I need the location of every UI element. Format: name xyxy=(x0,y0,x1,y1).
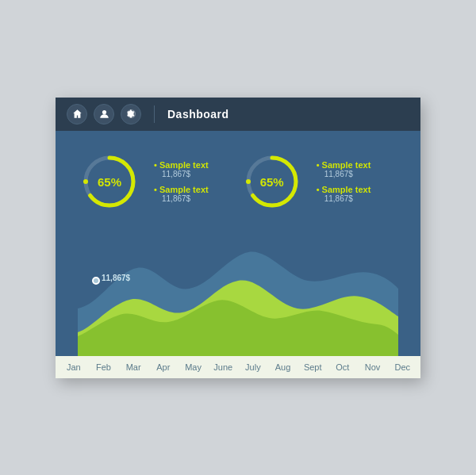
month-nov: Nov xyxy=(358,362,388,372)
month-feb: Feb xyxy=(89,362,119,372)
donut-percent-2: 65% xyxy=(260,174,284,188)
legend-label-1b: Sample text xyxy=(154,185,209,194)
chart-section: 11,867$ xyxy=(78,229,398,356)
svg-point-0 xyxy=(102,110,106,114)
main-area: 65% Sample text 11,867$ Sample text 11,8… xyxy=(56,131,420,356)
home-icon xyxy=(72,109,83,119)
legend-value-1b: 11,867$ xyxy=(162,194,209,203)
donut-chart-1: 65% xyxy=(78,150,141,213)
month-may: May xyxy=(178,362,209,372)
widget-1: 65% Sample text 11,867$ Sample text 11,8… xyxy=(78,150,209,213)
month-oct: Oct xyxy=(328,362,358,372)
widget-legend-1: Sample text 11,867$ Sample text 11,867$ xyxy=(154,160,209,203)
widget-legend-2: Sample text 11,867$ Sample text 11,867$ xyxy=(317,160,371,203)
widgets-row: 65% Sample text 11,867$ Sample text 11,8… xyxy=(78,150,398,213)
legend-label-2b: Sample text xyxy=(317,185,371,194)
donut-chart-2: 65% xyxy=(240,150,304,213)
topbar: Dashboard xyxy=(56,98,420,131)
user-button[interactable] xyxy=(94,104,114,124)
month-aug: Aug xyxy=(268,362,298,372)
legend-value-2b: 11,867$ xyxy=(324,194,371,203)
legend-label-2a: Sample text xyxy=(317,160,371,170)
month-dec: Dec xyxy=(387,362,417,372)
legend-label-1a: Sample text xyxy=(154,160,209,170)
legend-item-1a: Sample text 11,867$ xyxy=(154,160,209,178)
donut-percent-1: 65% xyxy=(98,174,121,188)
widget-2: 65% Sample text 11,867$ Sample text 11,8… xyxy=(240,150,371,213)
month-mar: Mar xyxy=(118,362,148,372)
legend-item-1b: Sample text 11,867$ xyxy=(154,185,209,203)
month-july: July xyxy=(238,362,268,372)
month-june: June xyxy=(208,362,238,372)
legend-value-1a: 11,867$ xyxy=(162,170,209,178)
settings-button[interactable] xyxy=(121,104,141,124)
month-bar: Jan Feb Mar Apr May June July Aug Sept O… xyxy=(56,356,420,378)
month-sept: Sept xyxy=(298,362,328,372)
topbar-title: Dashboard xyxy=(167,108,229,121)
settings-icon xyxy=(126,109,136,119)
chart-dot-label: 11,867$ xyxy=(102,274,130,282)
legend-value-2a: 11,867$ xyxy=(324,170,371,178)
legend-item-2b: Sample text 11,867$ xyxy=(317,185,371,203)
topbar-divider xyxy=(154,105,155,123)
home-button[interactable] xyxy=(67,104,87,124)
chart-dot xyxy=(92,277,100,285)
legend-item-2a: Sample text 11,867$ xyxy=(317,160,371,178)
topbar-icons xyxy=(67,104,141,124)
month-jan: Jan xyxy=(59,362,89,372)
dashboard-card: Dashboard 65% xyxy=(56,98,420,378)
user-icon xyxy=(99,109,109,119)
month-apr: Apr xyxy=(148,362,178,372)
